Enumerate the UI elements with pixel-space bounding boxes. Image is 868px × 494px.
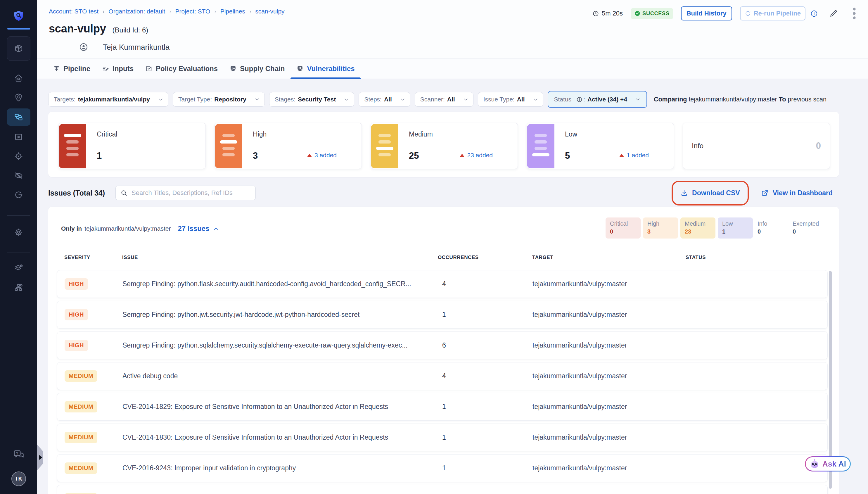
breadcrumb-link[interactable]: Account: STO test (49, 8, 98, 15)
summary-card-info[interactable]: Info 0 (683, 123, 830, 169)
filter-chip-steps[interactable]: Steps: All (359, 92, 410, 107)
severity-cell: MEDIUM (64, 401, 122, 413)
sidebar-item-baselines[interactable] (7, 167, 31, 184)
tab-icon-supply-chain (229, 65, 237, 72)
column-header: ISSUE (122, 254, 438, 261)
issues-search (115, 186, 256, 200)
breadcrumb-link[interactable]: Project: STO (175, 8, 210, 15)
harness-sto-logo-icon (13, 10, 24, 23)
breadcrumb-link[interactable]: scan-vulpy (255, 8, 284, 15)
user-avatar[interactable]: TK (12, 472, 26, 486)
column-header: TARGET (532, 254, 686, 261)
rerun-pipeline-button[interactable]: Re-run Pipeline (740, 6, 806, 20)
breadcrumb-link[interactable]: Organization: default (109, 8, 165, 15)
severity-count-badge-low: Low 1 (718, 217, 753, 239)
search-icon (120, 189, 128, 196)
summary-card-high[interactable]: High 3 3 added (214, 123, 362, 169)
sidebar-item-infrastructure[interactable] (7, 279, 31, 296)
summary-card-medium[interactable]: Medium 25 23 added (371, 123, 518, 169)
search-input[interactable] (132, 189, 251, 197)
tab-inputs[interactable]: Inputs (96, 58, 139, 79)
sidebar-item-overview[interactable] (7, 89, 31, 106)
only-in-group: Only in tejakummarikuntla/vulpy:master 2… (61, 225, 219, 233)
duration-text: 5m 20s (602, 10, 623, 17)
tab-icon-policy-evaluations (145, 65, 153, 72)
severity-icon-low (527, 124, 554, 168)
sidebar-item-pipelines[interactable] (7, 109, 31, 126)
sidebar-item-settings[interactable] (7, 224, 31, 240)
success-check-icon (635, 11, 640, 16)
issues-count-toggle[interactable]: 27 Issues (178, 225, 219, 233)
toolbar-actions: Download CSV View in Dashboard (672, 180, 839, 206)
chevron-down-icon-steps (400, 97, 405, 102)
severity-cell: HIGH (64, 340, 122, 351)
sidebar-item-targets[interactable] (7, 148, 31, 164)
chevron-down-icon-issue-type (533, 97, 538, 102)
severity-count-badge-exempted: Exempted 0 (788, 217, 823, 239)
issues-rows: HIGH Semgrep Finding: python.flask.secur… (57, 270, 828, 494)
edit-pipeline-button[interactable] (829, 9, 838, 18)
sidebar-nav (0, 61, 37, 296)
issue-row[interactable]: HIGH Semgrep Finding: python.flask.secur… (57, 270, 828, 298)
severity-bar (535, 140, 547, 144)
severity-count-badge-info: Info 0 (753, 217, 788, 239)
severity-cell: MEDIUM (64, 432, 122, 443)
filter-chip-target-type[interactable]: Target Type: Repository (173, 92, 265, 107)
sidebar-item-executions[interactable] (7, 129, 31, 145)
severity-badge: HIGH (64, 340, 88, 351)
severity-count-badge-high: High 3 (643, 217, 678, 239)
tab-policy-evaluations[interactable]: Policy Evaluations (139, 58, 224, 79)
issues-table-card: Only in tejakummarikuntla/vulpy:master 2… (48, 207, 839, 494)
header-meta: 5m 20s SUCCESS Build History Re-run Pipe… (592, 6, 856, 20)
column-header: OCCURRENCES (438, 254, 532, 261)
build-history-button[interactable]: Build History (681, 6, 732, 20)
issue-row[interactable]: MEDIUM Active debug code 4 tejakummariku… (57, 362, 828, 390)
filter-chip-issue-type[interactable]: Issue Type: All (478, 92, 543, 107)
external-link-icon (761, 189, 769, 197)
breadcrumb-link[interactable]: Pipelines (220, 8, 245, 15)
summary-card-low[interactable]: Low 5 1 added (527, 123, 674, 169)
issue-row[interactable]: MEDIUM CVE-2017-11424: PyJWT vulnerable … (57, 485, 828, 494)
issue-row[interactable]: HIGH Semgrep Finding: python.jwt.securit… (57, 301, 828, 328)
filter-chip-status[interactable]: Status : Active (34) +4 (548, 91, 647, 108)
summary-card-critical[interactable]: Critical 1 (58, 123, 206, 169)
download-csv-button[interactable]: Download CSV (680, 189, 740, 197)
ask-ai-button[interactable]: Ask AI (805, 456, 851, 472)
refresh-icon (745, 10, 751, 17)
help-chat-icon[interactable]: ? (13, 449, 24, 460)
issue-row[interactable]: MEDIUM CVE-2014-1829: Exposure of Sensit… (57, 393, 828, 421)
module-switcher-button[interactable] (7, 36, 31, 61)
chevron-down-icon-status (635, 97, 641, 102)
severity-badge: HIGH (64, 309, 88, 320)
filter-chip-stages[interactable]: Stages: Security Test (269, 92, 354, 107)
issue-row[interactable]: MEDIUM CVE-2014-1830: Exposure of Sensit… (57, 423, 828, 451)
tab-vulnerabilities[interactable]: Vulnerabilities (290, 58, 360, 79)
sidebar-item-environments[interactable] (7, 260, 31, 276)
page-header: Account: STO test › Organization: defaul… (37, 0, 868, 58)
app-root: ? TK Account: STO test › Organization: d… (0, 0, 868, 494)
comparing-target: tejakummarikuntla/vulpy:master (689, 96, 777, 103)
only-in-target: tejakummarikuntla/vulpy:master (84, 225, 171, 232)
issue-row[interactable]: HIGH Semgrep Finding: python.sqlalchemy.… (57, 331, 828, 359)
filter-chip-scanner[interactable]: Scanner: All (415, 92, 474, 107)
view-in-dashboard-button[interactable]: View in Dashboard (761, 189, 833, 197)
sidebar-item-home[interactable] (7, 70, 31, 86)
filter-chip-targets[interactable]: Targets: tejakummarikuntla/vulpy (48, 92, 168, 107)
clock-icon (592, 10, 599, 17)
severity-summary-panel: Critical 1 High 3 3 added (48, 112, 839, 177)
tab-pipeline[interactable]: Pipeline (47, 58, 96, 79)
severity-bar (376, 147, 393, 150)
issue-row[interactable]: MEDIUM CVE-2016-9243: Improper input val… (57, 454, 828, 482)
tab-icon-vulnerabilities (296, 65, 304, 72)
comparing-text: Comparing tejakummarikuntla/vulpy:master… (654, 96, 827, 103)
more-options-button[interactable] (852, 7, 856, 20)
tab-supply-chain[interactable]: Supply Chain (224, 58, 290, 79)
issues-list-header: Only in tejakummarikuntla/vulpy:master 2… (57, 217, 828, 239)
tab-icon-inputs (102, 65, 109, 72)
comparing-prefix: Comparing (654, 96, 687, 103)
pipeline-info-button[interactable] (810, 10, 818, 18)
status-label: SUCCESS (642, 11, 670, 17)
status-badge: SUCCESS (631, 8, 673, 19)
sidebar-item-exemptions[interactable] (7, 187, 31, 203)
filter-chips: Targets: tejakummarikuntla/vulpy Target … (48, 91, 652, 108)
